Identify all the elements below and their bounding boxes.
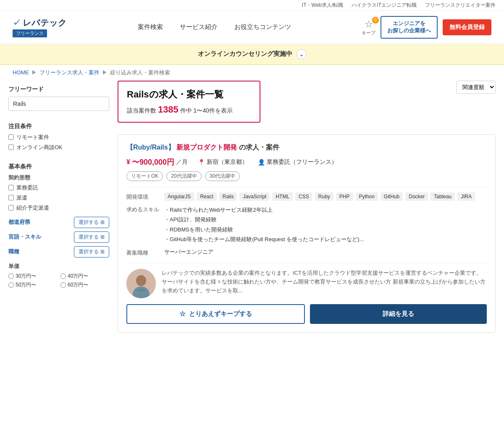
unit-price-label: 単価: [8, 263, 109, 270]
attention-section: 注目条件 リモート案件 オンライン商談OK: [8, 118, 109, 151]
skill-label: 言語・スキル: [8, 233, 41, 241]
skill-row-label: 求めるスキル: [126, 205, 164, 244]
result-count-number: 1385: [158, 104, 178, 115]
attention-label: 注目条件: [8, 118, 109, 130]
freeword-input[interactable]: [8, 97, 109, 111]
job-card: 【Ruby/Rails】 新規プロダクト開発 の求人・案件 ¥ 〜900,000…: [118, 134, 496, 333]
tech-3: JavaScript: [239, 192, 270, 201]
star-keep-icon: ☆: [179, 310, 186, 318]
skill-row: 求めるスキル ・Railsで作られたWebサービス経験2年以上 ・API設計、開…: [126, 205, 487, 244]
tech-7: PHP: [336, 192, 353, 201]
job-contract-type: 👤 業務委託（フリーランス）: [258, 158, 337, 166]
breadcrumb-freelance[interactable]: フリーランス求人・案件: [39, 69, 100, 76]
tech-8: Python: [356, 192, 378, 201]
env-label: 開発環境: [126, 192, 164, 201]
tech-2: Rails: [219, 192, 237, 201]
job-title-prefix: 【Ruby/Rails】: [126, 144, 175, 151]
yen-icon: ¥: [126, 158, 130, 166]
job-type-select-button[interactable]: 選択する ⊞: [74, 246, 109, 258]
svg-point-1: [136, 275, 146, 286]
person-icon: 👤: [258, 159, 265, 166]
logo-text: レバテック: [23, 17, 67, 29]
result-count: 該当案件数 1385 件中 1〜40件を表示: [127, 104, 251, 115]
recruit-label: 募集職種: [126, 248, 164, 257]
job-meta: ¥ 〜900,000円 ／月 📍 新宿（東京都） 👤 業務委託（フリーランス）: [126, 157, 487, 167]
tech-0: AngularJS: [164, 192, 194, 201]
contract-label: 契約形態: [8, 174, 109, 181]
nav-search[interactable]: 案件検索: [138, 23, 163, 31]
logo-badge: フリーランス: [13, 29, 47, 37]
tech-4: HTML: [272, 192, 293, 201]
keep-label: キープ: [362, 30, 375, 36]
select-icon: ⊞: [100, 249, 105, 255]
keep-button[interactable]: ☆ 0 キープ: [362, 18, 375, 36]
nav-content[interactable]: お役立ちコンテンツ: [234, 23, 291, 31]
register-button[interactable]: 無料会員登録: [443, 19, 491, 35]
select-icon: ⊞: [100, 219, 105, 225]
top-nav-creator[interactable]: フリーランスクリエイター案件: [425, 2, 496, 9]
banner-expand-icon[interactable]: ⌄: [297, 49, 307, 59]
job-tags: リモートOK 20代活躍中 30代活躍中: [126, 171, 487, 181]
result-header-row: Railsの求人・案件一覧 該当案件数 1385 件中 1〜40件を表示 関連度…: [118, 81, 496, 129]
job-type-label: 職種: [8, 248, 19, 255]
contract-check-1[interactable]: 派遣: [8, 194, 109, 202]
top-nav-it[interactable]: IT・Web求人/転職: [302, 2, 343, 9]
prefecture-label: 都道府県: [8, 218, 30, 226]
main-header: ✓ レバテック フリーランス 案件検索 サービス紹介 お役立ちコンテンツ ☆ 0…: [0, 11, 504, 44]
price-radio-0[interactable]: 30万円〜: [8, 273, 57, 280]
job-tag-0: リモートOK: [126, 171, 163, 181]
freeword-label: フリーワード: [8, 81, 109, 93]
contract-check-2[interactable]: 紹介予定派遣: [8, 204, 109, 212]
top-nav-highclass[interactable]: ハイクラスITエンジニア転職: [352, 2, 417, 9]
tech-11: Tableau: [430, 192, 455, 201]
action-buttons: ☆ とりあえずキープする 詳細を見る: [126, 304, 487, 324]
consultant-avatar: [126, 269, 156, 298]
nav-service[interactable]: サービス紹介: [180, 23, 218, 31]
job-title-suffix: の求人・案件: [239, 144, 279, 151]
price-radio-1[interactable]: 40万円〜: [60, 273, 109, 280]
unit-price-grid: 30万円〜 40万円〜 50万円〜 60万円〜: [8, 273, 109, 289]
contract-check-0[interactable]: 業務委託: [8, 184, 109, 192]
job-tag-2: 30代活躍中: [205, 171, 240, 181]
price-radio-2[interactable]: 50万円〜: [8, 281, 57, 289]
env-row: 開発環境 AngularJS React Rails JavaScript HT…: [126, 192, 487, 201]
skill-3: ・GitHub等を使ったチーム開発経験(Pull Request を使ったコード…: [164, 234, 487, 244]
online-check[interactable]: オンライン商談OK: [8, 144, 109, 151]
keep-badge: 0: [372, 17, 379, 24]
skill-select-button[interactable]: 選択する ⊞: [74, 231, 109, 243]
consultant-area: レバテックでの実績多数ある企業の案件となります。ICTを活用したクラウド型学習支…: [126, 263, 487, 298]
job-title-highlight: 新規プロダクト開発: [176, 144, 237, 151]
job-location: 📍 新宿（東京都）: [198, 158, 248, 166]
company-button[interactable]: エンジニアをお探しの企業様へ: [381, 16, 438, 39]
content-area: Railsの求人・案件一覧 該当案件数 1385 件中 1〜40件を表示 関連度…: [118, 81, 496, 340]
prefecture-select-button[interactable]: 選択する ⊞: [74, 217, 109, 228]
avatar-svg: [126, 269, 156, 298]
result-title: Railsの求人・案件一覧: [127, 88, 251, 101]
sort-select[interactable]: 関連度順: [456, 81, 496, 94]
tech-6: Ruby: [315, 192, 333, 201]
breadcrumb-home[interactable]: HOME: [13, 69, 29, 76]
freeword-section: フリーワード: [8, 81, 109, 111]
header-right: ☆ 0 キープ エンジニアをお探しの企業様へ 無料会員登録: [362, 16, 491, 39]
remote-check[interactable]: リモート案件: [8, 134, 109, 141]
tech-12: JIRA: [457, 192, 475, 201]
sort-row: 関連度順: [456, 81, 496, 94]
price-radio-3[interactable]: 60万円〜: [60, 281, 109, 289]
main-nav: 案件検索 サービス紹介 お役立ちコンテンツ: [84, 23, 345, 31]
tech-1: React: [197, 192, 216, 201]
recruit-value: サーバーエンジニア: [164, 248, 487, 257]
banner-text: オンラインカウンセリング実施中: [198, 50, 292, 58]
consultant-text: レバテックでの実績多数ある企業の案件となります。ICTを活用したクラウド型学習支…: [162, 269, 487, 295]
keep-job-button[interactable]: ☆ とりあえずキープする: [126, 304, 305, 324]
detail-button[interactable]: 詳細を見る: [310, 304, 487, 324]
main-layout: フリーワード 注目条件 リモート案件 オンライン商談OK 基本条件 契約形態 業…: [0, 81, 504, 348]
recruit-row: 募集職種 サーバーエンジニア: [126, 248, 487, 257]
tech-10: Docker: [405, 192, 428, 201]
skill-value: ・Railsで作られたWebサービス経験2年以上 ・API設計、開発経験 ・RD…: [164, 205, 487, 244]
job-tag-1: 20代活躍中: [166, 171, 201, 181]
skill-1: ・API設計、開発経験: [164, 215, 487, 224]
logo-area: ✓ レバテック フリーランス: [13, 17, 67, 37]
basic-section: 基本条件 契約形態 業務委託 派遣 紹介予定派遣 都道府県 選択する ⊞: [8, 158, 109, 289]
breadcrumb: HOME ▶ フリーランス求人・案件 ▶ 絞り込み求人・案件検索: [0, 65, 504, 81]
env-value: AngularJS React Rails JavaScript HTML CS…: [164, 192, 487, 201]
